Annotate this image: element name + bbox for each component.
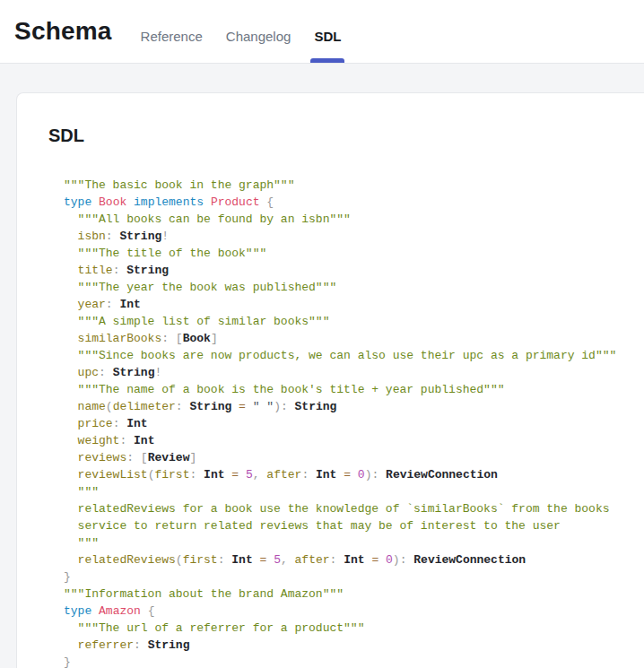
tab-changelog-label: Changelog [226, 29, 292, 44]
schema-page: Schema Reference Changelog SDL SDL """Th… [0, 0, 644, 668]
tab-sdl-label: SDL [314, 29, 341, 44]
code-line: type Amazon { [64, 603, 644, 620]
code-line: title: String [64, 262, 644, 279]
code-line: relatedReviews for a book use the knowle… [64, 500, 644, 517]
code-line: """ [64, 483, 644, 500]
code-line: reviews: [Review] [64, 449, 644, 466]
sdl-card: SDL """The basic book in the graph"""typ… [16, 92, 644, 668]
code-line: """The name of a book is the book's titl… [64, 381, 644, 398]
code-line: """The year the book was published""" [64, 279, 644, 296]
code-line: referrer: String [64, 637, 644, 654]
active-tab-indicator [310, 58, 344, 63]
schema-header: Schema Reference Changelog SDL [0, 0, 644, 64]
code-line: price: Int [64, 415, 644, 432]
code-line: service to return related reviews that m… [64, 517, 644, 534]
code-line: """Information about the brand Amazon""" [64, 586, 644, 603]
code-line: reviewList(first: Int = 5, after: Int = … [64, 466, 644, 483]
code-line: """ [64, 534, 644, 551]
code-line: year: Int [64, 296, 644, 313]
tab-reference-label: Reference [141, 29, 203, 44]
code-line: upc: String! [64, 364, 644, 381]
code-line: name(delimeter: String = " "): String [64, 398, 644, 415]
code-line: relatedReviews(first: Int = 5, after: In… [64, 551, 644, 568]
code-line: """Since books are now products, we can … [64, 347, 644, 364]
code-line: similarBooks: [Book] [64, 330, 644, 347]
tab-changelog[interactable]: Changelog [224, 0, 293, 63]
code-line: """The basic book in the graph""" [64, 177, 644, 194]
code-line: """The title of the book""" [64, 245, 644, 262]
code-line: isbn: String! [64, 228, 644, 245]
page-title: Schema [14, 17, 112, 46]
sdl-code-block: """The basic book in the graph"""type Bo… [64, 177, 644, 668]
code-line: """All books can be found by an isbn""" [64, 211, 644, 228]
tab-sdl[interactable]: SDL [312, 0, 343, 63]
code-line: } [64, 568, 644, 586]
code-line: type Book implements Product { [64, 194, 644, 211]
code-line: """The url of a referrer for a product""… [64, 620, 644, 637]
code-line: } [64, 654, 644, 668]
sdl-section-title: SDL [48, 126, 644, 146]
schema-tabs: Reference Changelog SDL [139, 0, 363, 63]
code-line: """A simple list of similar books""" [64, 313, 644, 330]
tab-reference[interactable]: Reference [139, 0, 205, 63]
code-line: weight: Int [64, 432, 644, 449]
